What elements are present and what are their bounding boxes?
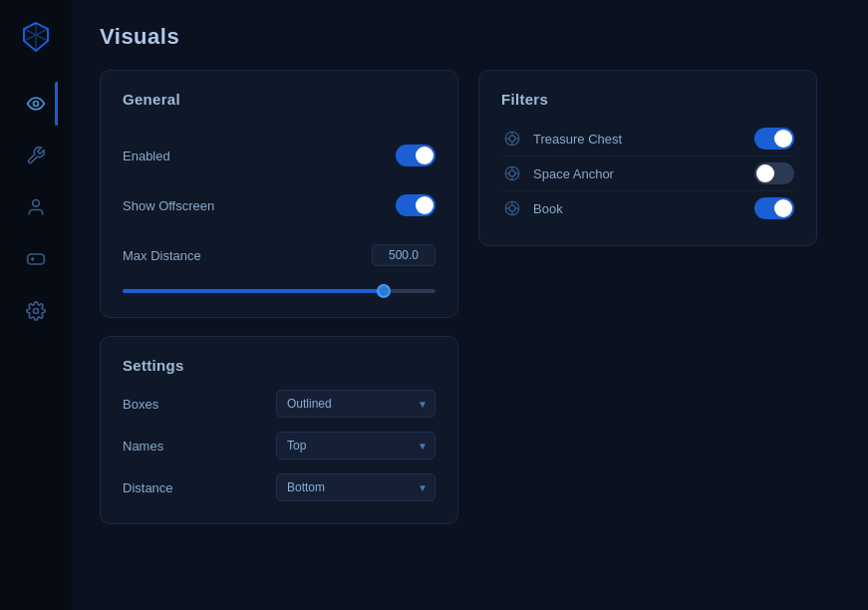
book-icon: [501, 197, 523, 219]
page-title: Visuals: [100, 24, 840, 50]
main-content: Visuals General Enabled Show Offscreen: [72, 0, 868, 610]
max-distance-row: Max Distance 500.0: [123, 239, 435, 297]
names-dropdown-wrapper: Top Bottom None ▼: [276, 432, 435, 459]
filter-row-book: Book: [501, 191, 794, 225]
filter-label-treasure-chest: Treasure Chest: [533, 132, 622, 147]
filter-left-space-anchor: Space Anchor: [501, 162, 614, 184]
names-select[interactable]: Top Bottom None: [276, 432, 435, 459]
space-anchor-icon: [501, 162, 523, 184]
boxes-label: Boxes: [123, 397, 158, 412]
sidebar-item-visuals[interactable]: [14, 82, 58, 126]
svg-point-5: [509, 136, 515, 142]
filter-left-book: Book: [501, 197, 563, 219]
enabled-label: Enabled: [123, 149, 170, 163]
sidebar: [0, 0, 72, 610]
boxes-select[interactable]: Outlined Filled None: [276, 390, 435, 418]
sidebar-item-tools[interactable]: [14, 134, 58, 177]
filters-title: Filters: [501, 91, 794, 108]
names-row: Names Top Bottom None ▼: [123, 430, 435, 461]
svg-point-0: [34, 102, 39, 107]
filter-label-space-anchor: Space Anchor: [533, 166, 614, 181]
filter-toggle-treasure-chest[interactable]: [754, 128, 794, 150]
filter-left-treasure-chest: Treasure Chest: [501, 128, 622, 150]
max-distance-slider[interactable]: [123, 289, 435, 293]
svg-rect-2: [28, 254, 45, 264]
show-offscreen-row: Show Offscreen: [123, 189, 435, 221]
sidebar-item-settings[interactable]: [14, 289, 58, 333]
svg-point-11: [509, 170, 515, 176]
filter-toggle-book[interactable]: [754, 197, 794, 219]
left-column: General Enabled Show Offscreen Max Dist: [100, 70, 458, 524]
general-title: General: [123, 91, 435, 108]
max-distance-input[interactable]: 500.0: [372, 244, 435, 266]
settings-title: Settings: [123, 357, 435, 374]
logo[interactable]: [15, 16, 57, 58]
filter-row-treasure-chest: Treasure Chest: [501, 122, 794, 156]
distance-dropdown-wrapper: Bottom Top None ▼: [276, 473, 435, 501]
settings-card: Settings Boxes Outlined Filled None ▼ Na…: [100, 336, 458, 524]
max-distance-label: Max Distance: [123, 248, 201, 263]
names-label: Names: [123, 439, 163, 454]
show-offscreen-label: Show Offscreen: [123, 198, 214, 213]
svg-point-17: [509, 205, 515, 211]
filter-toggle-space-anchor[interactable]: [754, 162, 794, 184]
distance-label: Distance: [123, 480, 173, 495]
filter-label-book: Book: [533, 201, 563, 216]
filter-row-space-anchor: Space Anchor: [501, 156, 794, 191]
distance-select[interactable]: Bottom Top None: [276, 473, 435, 501]
boxes-dropdown-wrapper: Outlined Filled None ▼: [276, 390, 435, 418]
boxes-row: Boxes Outlined Filled None ▼: [123, 388, 435, 420]
show-offscreen-toggle[interactable]: [396, 194, 435, 216]
enabled-row: Enabled: [123, 140, 435, 171]
distance-row: Distance Bottom Top None ▼: [123, 471, 435, 503]
filters-card: Filters Treasure Chest: [478, 70, 817, 246]
svg-point-3: [34, 309, 39, 314]
slider-container: [123, 279, 435, 297]
sidebar-item-users[interactable]: [14, 185, 58, 229]
enabled-toggle[interactable]: [396, 145, 435, 166]
sidebar-item-gamepad[interactable]: [14, 237, 58, 281]
panels-container: General Enabled Show Offscreen Max Dist: [100, 70, 840, 524]
svg-point-1: [33, 200, 40, 207]
treasure-chest-icon: [501, 128, 523, 150]
general-card: General Enabled Show Offscreen Max Dist: [100, 70, 458, 318]
